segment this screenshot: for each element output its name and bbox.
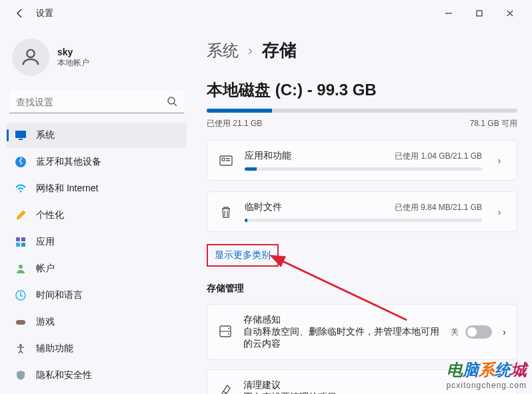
svg-rect-19: [226, 158, 230, 159]
chevron-right-icon: ›: [503, 327, 506, 337]
card-usage: 已使用 1.04 GB/21.1 GB: [395, 151, 482, 162]
toggle-switch[interactable]: [465, 325, 492, 339]
apps-features-icon: [218, 153, 234, 169]
window-title: 设置: [36, 7, 53, 19]
card-usage: 已使用 9.84 MB/21.1 GB: [395, 202, 482, 213]
page-title: 存储: [262, 39, 297, 62]
user-profile[interactable]: sky 本地帐户: [7, 27, 187, 91]
close-button[interactable]: [495, 3, 525, 24]
accessibility-icon: [15, 343, 27, 355]
search-input[interactable]: [9, 91, 184, 113]
storage-card-apps[interactable]: 应用和功能 已使用 1.04 GB/21.1 GB ›: [207, 140, 517, 181]
cleanup-recommendations-card[interactable]: 清理建议 正在查找要清理的项目: [207, 369, 517, 394]
svg-point-26: [228, 333, 229, 335]
disk-usage-bar: 已使用 21.1 GB 78.1 GB 可用: [207, 109, 517, 129]
sidebar-item-time-language[interactable]: 时间和语言: [7, 283, 187, 308]
drive-icon: [218, 324, 233, 341]
sidebar-item-label: 网络和 Internet: [36, 183, 98, 195]
disk-title: 本地磁盘 (C:) - 99.3 GB: [207, 79, 517, 101]
sidebar-item-label: 蓝牙和其他设备: [36, 156, 101, 168]
svg-rect-5: [15, 131, 26, 138]
card-title: 应用和功能: [245, 150, 291, 162]
toggle-label: 关: [451, 327, 459, 338]
storage-card-temp[interactable]: 临时文件 已使用 9.84 MB/21.1 GB ›: [207, 191, 517, 232]
svg-point-16: [19, 344, 22, 347]
disk-used-label: 已使用 21.1 GB: [207, 118, 262, 129]
sidebar-item-personalization[interactable]: 个性化: [7, 203, 187, 228]
chevron-right-icon: ›: [493, 155, 506, 166]
sidebar-item-label: 游戏: [36, 316, 55, 328]
maximize-button[interactable]: [464, 3, 495, 24]
sidebar-item-label: 辅助功能: [36, 343, 73, 355]
svg-rect-1: [477, 11, 482, 16]
minimize-button[interactable]: [433, 3, 464, 24]
card-title: 存储感知: [243, 314, 440, 326]
breadcrumb-parent[interactable]: 系统: [207, 40, 239, 61]
card-subtitle: 正在查找要清理的项目: [243, 391, 337, 394]
sidebar-item-system[interactable]: 系统: [7, 123, 187, 148]
monitor-icon: [15, 129, 27, 141]
section-title-storage-management: 存储管理: [207, 283, 517, 295]
svg-rect-12: [21, 243, 25, 247]
svg-point-25: [228, 328, 229, 329]
sidebar-item-accessibility[interactable]: 辅助功能: [7, 336, 187, 361]
sidebar-item-gaming[interactable]: 游戏: [7, 309, 187, 335]
svg-point-2: [27, 50, 34, 57]
bluetooth-icon: [15, 156, 27, 168]
brush-icon: [15, 209, 27, 221]
svg-rect-20: [226, 160, 230, 161]
shield-icon: [15, 369, 27, 381]
svg-point-3: [168, 97, 175, 104]
sidebar-item-accounts[interactable]: 帐户: [7, 256, 187, 281]
avatar: [12, 39, 49, 76]
back-button[interactable]: [13, 7, 27, 20]
svg-rect-10: [21, 237, 25, 241]
gamepad-icon: [15, 316, 27, 328]
trash-icon: [218, 204, 234, 220]
person-icon: [15, 263, 27, 275]
sidebar-item-label: 帐户: [36, 263, 55, 275]
sidebar-item-network[interactable]: 网络和 Internet: [7, 176, 187, 201]
sidebar-item-label: 隐私和安全性: [36, 369, 92, 381]
sidebar-item-label: 个性化: [36, 209, 64, 221]
breadcrumb: 系统 › 存储: [207, 27, 517, 62]
svg-point-13: [19, 265, 23, 269]
svg-rect-11: [16, 243, 20, 247]
disk-free-label: 78.1 GB 可用: [470, 118, 517, 129]
svg-line-4: [174, 103, 177, 106]
user-name: sky: [57, 47, 89, 57]
sidebar-item-apps[interactable]: 应用: [7, 229, 187, 255]
user-account-type: 本地帐户: [57, 57, 89, 69]
search-box[interactable]: [9, 91, 184, 113]
sidebar-item-label: 时间和语言: [36, 289, 83, 301]
svg-rect-15: [16, 320, 25, 325]
storage-sense-card[interactable]: 存储感知 自动释放空间、删除临时文件，并管理本地可用的云内容 关 ›: [207, 304, 517, 360]
show-more-categories-link[interactable]: 显示更多类别: [207, 244, 279, 267]
chevron-right-icon: ›: [248, 43, 253, 58]
wifi-icon: [15, 183, 27, 195]
broom-icon: [218, 383, 233, 395]
svg-rect-9: [16, 237, 20, 241]
sidebar-item-label: 系统: [36, 129, 55, 141]
card-subtitle: 自动释放空间、删除临时文件，并管理本地可用的云内容: [243, 326, 440, 350]
sidebar-item-privacy[interactable]: 隐私和安全性: [7, 363, 187, 388]
svg-rect-18: [222, 158, 225, 161]
sidebar-item-bluetooth[interactable]: 蓝牙和其他设备: [7, 149, 187, 175]
card-title: 临时文件: [245, 201, 282, 213]
apps-icon: [15, 236, 27, 248]
card-title: 清理建议: [243, 379, 337, 391]
storage-sense-toggle[interactable]: 关: [451, 325, 492, 339]
search-icon: [167, 96, 177, 109]
svg-point-8: [20, 191, 22, 193]
svg-rect-6: [19, 139, 23, 140]
sidebar-item-label: 应用: [36, 236, 55, 248]
clock-globe-icon: [15, 289, 27, 301]
chevron-right-icon: ›: [493, 207, 506, 217]
